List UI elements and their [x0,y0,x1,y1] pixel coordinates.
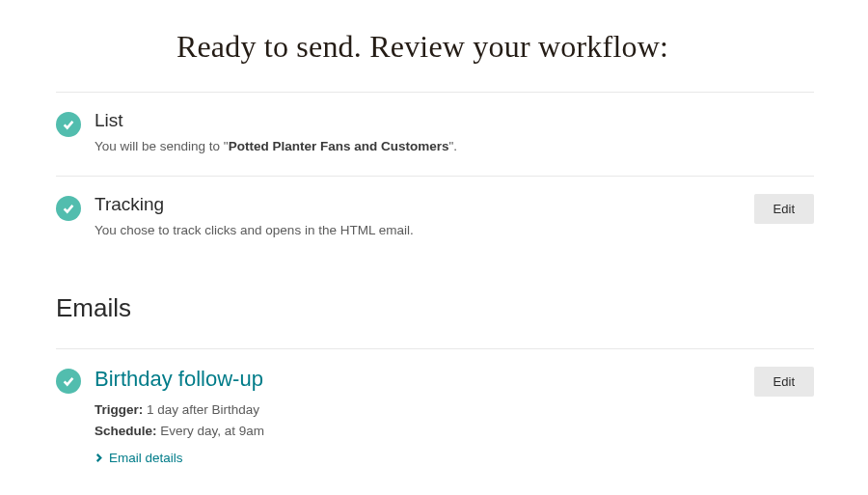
trigger-value: 1 day after Birthday [143,402,259,417]
check-icon [56,369,81,394]
email-details-label: Email details [109,451,183,465]
tracking-edit-button[interactable]: Edit [754,194,814,224]
emails-heading: Emails [56,293,814,323]
email-body: Birthday follow-up Trigger: 1 day after … [95,367,743,467]
tracking-heading: Tracking [95,194,743,215]
page-title: Ready to send. Review your workflow: [31,29,814,65]
tracking-section-body: Tracking You chose to track clicks and o… [95,194,743,240]
email-details-link[interactable]: Email details [95,451,183,465]
tracking-desc: You chose to track clicks and opens in t… [95,221,743,240]
schedule-value: Every day, at 9am [157,424,265,438]
trigger-label: Trigger: [95,402,143,417]
schedule-label: Schedule: [95,424,157,438]
email-trigger: Trigger: 1 day after Birthday [95,399,743,422]
list-desc-bold: Potted Planter Fans and Customers [229,139,449,153]
list-section: List You will be sending to "Potted Plan… [31,93,814,176]
list-desc-prefix: You will be sending to " [95,139,229,153]
email-item: Birthday follow-up Trigger: 1 day after … [31,349,814,486]
list-heading: List [95,110,814,131]
email-schedule: Schedule: Every day, at 9am [95,421,743,443]
chevron-right-icon [95,454,103,462]
list-desc-suffix: ". [448,139,457,153]
list-desc: You will be sending to "Potted Planter F… [95,137,814,156]
list-section-body: List You will be sending to "Potted Plan… [95,110,814,156]
check-icon [56,196,81,221]
tracking-section: Tracking You chose to track clicks and o… [31,177,814,260]
email-edit-button[interactable]: Edit [754,367,814,397]
email-title[interactable]: Birthday follow-up [95,367,743,392]
check-icon [56,112,81,137]
